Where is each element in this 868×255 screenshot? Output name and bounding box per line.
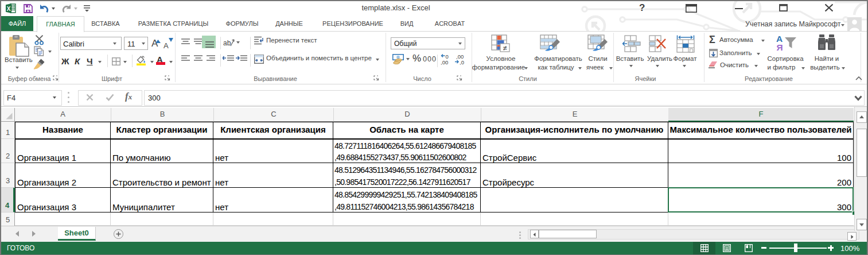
svg-text:,00: ,00: [441, 59, 448, 65]
svg-text:X: X: [7, 6, 11, 12]
svg-text:≠: ≠: [503, 44, 507, 52]
svg-text:Я: Я: [777, 42, 783, 52]
svg-text:,0: ,0: [460, 59, 464, 65]
svg-text:ab: ab: [223, 39, 231, 47]
